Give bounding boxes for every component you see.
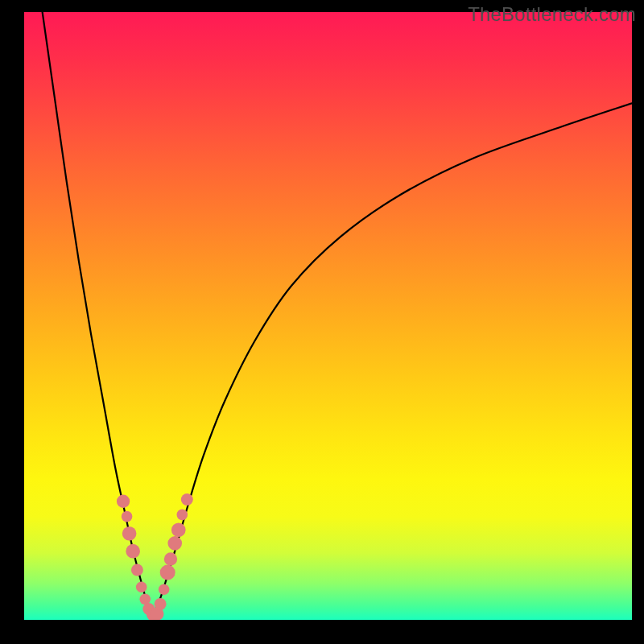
watermark-text: TheBottleneck.com xyxy=(468,3,636,26)
plot-area xyxy=(24,12,632,620)
marker-group xyxy=(117,493,193,620)
curve-left-branch xyxy=(43,12,152,616)
data-marker xyxy=(159,584,170,595)
chart-svg xyxy=(24,12,632,620)
data-marker xyxy=(155,598,167,610)
data-marker xyxy=(177,510,188,521)
data-marker xyxy=(136,581,147,592)
curve-right-branch xyxy=(152,103,632,616)
data-marker xyxy=(171,522,186,537)
data-marker xyxy=(122,511,133,522)
data-marker xyxy=(117,495,130,508)
chart-frame: TheBottleneck.com xyxy=(0,0,644,644)
data-marker xyxy=(164,552,177,565)
data-marker xyxy=(131,564,143,576)
data-marker xyxy=(160,565,175,580)
data-marker xyxy=(167,536,182,551)
data-marker xyxy=(126,544,140,559)
data-marker xyxy=(122,526,137,541)
data-marker xyxy=(181,493,193,506)
